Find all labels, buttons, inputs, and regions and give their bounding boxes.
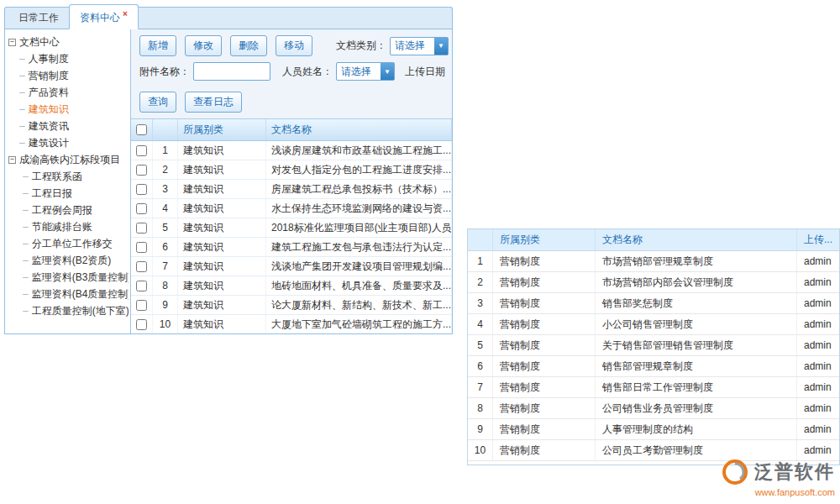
row-number: 3: [468, 293, 493, 313]
row-category: 营销制度: [493, 272, 596, 292]
table-row[interactable]: 9 建筑知识 论大厦新材料、新结构、新技术、新工...: [131, 296, 452, 315]
table-row[interactable]: 2 建筑知识 对发包人指定分包的工程施工进度安排...: [131, 160, 452, 180]
collapse-icon[interactable]: [8, 156, 16, 164]
row-docname: 市场营销部内部会议管理制度: [596, 272, 797, 292]
tree-item-label: 建筑资讯: [29, 119, 69, 134]
select-value: 请选择: [391, 39, 425, 53]
tree-branch-icon: [23, 271, 29, 283]
header-category: 所属别类: [178, 119, 266, 140]
table-row[interactable]: 6 营销制度 销售部管理规章制度 admin: [468, 356, 840, 377]
tree-item[interactable]: 节能减排台账: [23, 218, 129, 235]
table-row[interactable]: 3 营销制度 销售部奖惩制度 admin: [468, 293, 840, 314]
tree-item[interactable]: 营销制度: [19, 67, 129, 84]
row-docname: 市场营销部管理规章制度: [596, 251, 797, 271]
table-row[interactable]: 1 营销制度 市场营销部管理规章制度 admin: [468, 251, 840, 272]
tree-item[interactable]: 人事制度: [19, 50, 129, 67]
table-row[interactable]: 10 建筑知识 大厦地下室加气砼墙砌筑工程的施工方...: [131, 315, 452, 333]
row-checkbox[interactable]: [136, 261, 147, 272]
tab-bar: 日常工作 资料中心×: [4, 7, 453, 29]
add-button[interactable]: 新增: [139, 35, 176, 56]
table-row[interactable]: 6 建筑知识 建筑工程施工发包与承包违法行为认定...: [131, 238, 452, 257]
table-row[interactable]: 1 建筑知识 浅谈房屋建筑和市政基础设施工程施工...: [131, 141, 452, 160]
tree-branch-icon: [23, 171, 29, 182]
tree-branch-icon: [23, 255, 29, 266]
row-number: 8: [153, 276, 178, 295]
tree-item[interactable]: 建筑设计: [19, 134, 129, 151]
tree-group-label: 成渝高铁内江标段项目: [19, 153, 120, 167]
tree-item[interactable]: 工程联系函: [23, 168, 129, 185]
row-checkbox[interactable]: [136, 184, 147, 195]
table-row[interactable]: 7 建筑知识 浅谈地产集团开发建设项目管理规划编...: [131, 257, 452, 276]
brand-url: www.fanpusoft.com: [755, 487, 835, 497]
query-button[interactable]: 查询: [139, 92, 176, 113]
table-inner: 所属别类 文档名称 上传... 1 营销制度 市场营销部管理规章制度 admin…: [468, 229, 840, 461]
tree-item-label: 营销制度: [29, 69, 69, 83]
toolbar-search: 查询 查看日志: [131, 86, 452, 118]
move-button[interactable]: 移动: [276, 35, 312, 56]
tree-item[interactable]: 建筑资讯: [19, 118, 129, 134]
doc-category-select[interactable]: 请选择: [390, 37, 449, 55]
tree-branch-icon: [23, 238, 29, 249]
row-checkbox[interactable]: [136, 281, 147, 291]
tree-branch-icon: [19, 87, 25, 98]
table-row[interactable]: 8 建筑知识 地砖地面材料、机具准备、质量要求及...: [131, 276, 452, 296]
tree-group-document-center[interactable]: 文档中心: [8, 34, 129, 50]
tab-label: 资料中心: [80, 12, 120, 24]
row-checkbox[interactable]: [136, 242, 147, 253]
tree-item[interactable]: 产品资料: [19, 84, 129, 101]
row-checkbox[interactable]: [136, 300, 147, 311]
modify-button[interactable]: 修改: [185, 35, 222, 56]
tree-branch-icon: [23, 204, 29, 216]
table-row[interactable]: 2 营销制度 市场营销部内部会议管理制度 admin: [468, 272, 840, 293]
row-category: 营销制度: [493, 398, 596, 418]
tab-data-center[interactable]: 资料中心×: [69, 4, 139, 29]
table-row[interactable]: 4 营销制度 小公司销售管理制度 admin: [468, 314, 840, 335]
row-number: 2: [153, 160, 178, 179]
table-row[interactable]: 5 建筑知识 2018标准化监理项目部(业主项目部)人员...: [131, 218, 452, 238]
row-number: 4: [468, 314, 493, 334]
table-row[interactable]: 7 营销制度 销售部日常工作管理制度 admin: [468, 377, 840, 398]
table-body: 1 建筑知识 浅谈房屋建筑和市政基础设施工程施工... 2 建筑知识 对发包人指…: [131, 141, 452, 333]
row-category: 营销制度: [493, 335, 596, 355]
row-checkbox[interactable]: [136, 203, 147, 214]
row-number: 4: [153, 199, 178, 218]
row-category: 建筑知识: [178, 257, 266, 276]
attachment-name-input[interactable]: [193, 62, 270, 81]
row-number: 5: [153, 218, 178, 237]
table-row[interactable]: 3 建筑知识 房屋建筑工程总承包投标书（技术标）...: [131, 180, 452, 199]
row-category: 建筑知识: [178, 199, 266, 218]
row-checkbox[interactable]: [136, 165, 147, 176]
row-checkbox[interactable]: [136, 223, 147, 234]
select-all-checkbox[interactable]: [136, 124, 147, 135]
tree-item[interactable]: 建筑知识: [19, 101, 129, 118]
tree-item[interactable]: 工程例会周报: [23, 202, 129, 218]
tree-item[interactable]: 监理资料(B4质量控制): [23, 286, 129, 302]
row-checkbox[interactable]: [136, 319, 147, 330]
row-category: 建筑知识: [178, 296, 266, 314]
tree-branch-icon: [19, 103, 25, 115]
row-category: 营销制度: [493, 377, 596, 397]
tree-item[interactable]: 分工单位工作移交: [23, 235, 129, 252]
delete-button[interactable]: 删除: [230, 35, 267, 56]
table-row[interactable]: 9 营销制度 人事管理制度的结构 admin: [468, 419, 840, 440]
person-name-select[interactable]: 请选择: [336, 62, 395, 81]
view-log-button[interactable]: 查看日志: [185, 92, 242, 113]
brand-row: 泛普软件: [721, 458, 835, 486]
tree-item[interactable]: 工程日报: [23, 185, 129, 202]
tree-item-label: 分工单位工作移交: [32, 237, 113, 251]
tree-item[interactable]: 监理资料(B3质量控制): [23, 269, 129, 286]
table-row[interactable]: 5 营销制度 关于销售部管理销售管理制度 admin: [468, 335, 840, 356]
table-row[interactable]: 4 建筑知识 水土保持生态环境监测网络的建设与资...: [131, 199, 452, 218]
tree-item[interactable]: 工程质量控制(地下室): [23, 302, 129, 319]
tab-daily-work[interactable]: 日常工作: [8, 7, 69, 29]
row-checkbox[interactable]: [136, 145, 147, 156]
tree-item[interactable]: 监理资料(B2资质): [23, 252, 129, 269]
table-row[interactable]: 8 营销制度 公司销售业务员管理制度 admin: [468, 398, 840, 419]
tab-close-icon[interactable]: ×: [123, 9, 128, 18]
tree-item-label: 人事制度: [29, 52, 69, 66]
collapse-icon[interactable]: [8, 39, 16, 46]
row-number: 5: [468, 335, 493, 355]
row-uploader: admin: [797, 293, 840, 313]
tree-group-project[interactable]: 成渝高铁内江标段项目: [8, 151, 129, 168]
row-number: 10: [153, 315, 178, 333]
